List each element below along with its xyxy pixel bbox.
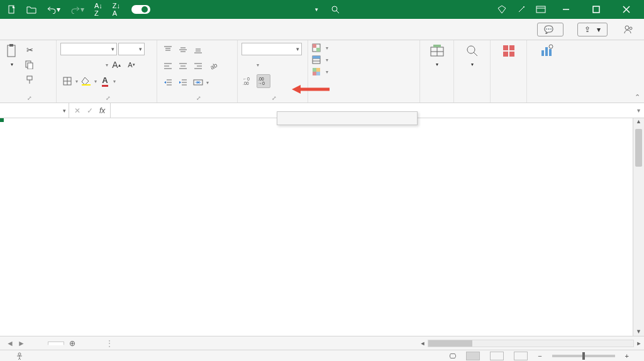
comments-button[interactable]: 💬 (537, 23, 564, 36)
sheet-nav-next-icon[interactable]: ► (18, 339, 25, 348)
orientation-icon[interactable]: ab (206, 59, 220, 73)
enter-formula-icon[interactable]: ✓ (87, 106, 93, 115)
analyze-data-button[interactable] (531, 43, 564, 62)
increase-decimal-icon[interactable]: ←0.00 (242, 74, 255, 88)
sort-asc-icon[interactable]: A↓Z (92, 0, 105, 19)
fill-handle[interactable] (0, 118, 4, 122)
qat-overflow[interactable] (155, 0, 160, 19)
merge-center-icon[interactable] (191, 75, 205, 89)
sheet-tab-dates[interactable] (31, 342, 48, 345)
page-break-view-button[interactable] (514, 352, 528, 360)
annotation-arrow (292, 84, 330, 95)
alignment-dialog-launcher[interactable]: ⤢ (196, 95, 201, 101)
format-painter-icon[interactable] (23, 73, 36, 87)
currency-icon[interactable] (242, 58, 255, 72)
decrease-indent-icon[interactable] (161, 75, 175, 89)
redo-icon[interactable]: ▾ (68, 0, 87, 19)
maximize-button[interactable] (584, 0, 609, 19)
status-bar: 🖵 − + (0, 350, 644, 361)
new-file-icon[interactable] (5, 0, 19, 19)
increase-indent-icon[interactable] (176, 75, 190, 89)
share-button[interactable]: ⇪ ▾ (577, 23, 608, 36)
group-addins (491, 40, 527, 103)
paste-button[interactable]: ▾ (4, 43, 20, 67)
sort-desc-icon[interactable]: Z↓A (110, 0, 123, 19)
ribbon-mode-icon[interactable] (533, 0, 548, 19)
svg-rect-8 (593, 6, 599, 13)
number-format-select[interactable] (242, 43, 302, 55)
number-dialog-launcher[interactable]: ⤢ (272, 95, 277, 101)
sheet-nav-prev-icon[interactable]: ◄ (6, 339, 14, 348)
bold-button[interactable] (60, 58, 74, 72)
vertical-scrollbar[interactable]: ▲ ▼ (633, 118, 644, 338)
align-top-icon[interactable] (161, 43, 175, 57)
font-dialog-launcher[interactable]: ⤢ (106, 95, 111, 101)
svg-point-4 (523, 6, 525, 8)
fx-icon[interactable]: fx (99, 106, 105, 115)
diamond-icon[interactable] (494, 0, 509, 19)
italic-button[interactable] (75, 58, 89, 72)
expand-formula-bar-icon[interactable]: ▾ (637, 107, 640, 114)
align-center-icon[interactable] (176, 59, 190, 73)
scroll-thumb[interactable] (635, 129, 642, 167)
cell-styles-button[interactable]: ▾ (312, 67, 416, 77)
cancel-formula-icon[interactable]: ✕ (74, 106, 80, 115)
autosave-toggle[interactable] (128, 5, 150, 14)
display-settings-button[interactable]: 🖵 (449, 352, 456, 360)
font-size-select[interactable] (118, 43, 145, 55)
font-name-select[interactable] (60, 43, 117, 55)
group-analyze (527, 40, 567, 103)
sheet-tab-sheet2[interactable] (48, 342, 64, 345)
clipboard-dialog-launcher[interactable]: ⤢ (27, 95, 32, 101)
align-bottom-icon[interactable] (191, 43, 205, 57)
add-sheet-button[interactable]: ⊕ (64, 339, 80, 348)
teams-share-icon[interactable] (621, 23, 635, 36)
shrink-font-icon[interactable]: A▾ (125, 58, 138, 72)
decrease-decimal-icon[interactable]: .00→0 (257, 74, 270, 88)
undo-icon[interactable]: ▾ (44, 0, 63, 19)
wrap-text-icon[interactable] (206, 43, 220, 57)
cells-button[interactable]: ▾ (424, 43, 450, 67)
tooltip (277, 111, 418, 125)
collapse-ribbon-icon[interactable]: ⌃ (635, 93, 640, 101)
zoom-slider[interactable] (552, 355, 615, 357)
svg-text:.00: .00 (243, 81, 249, 86)
comma-style-icon[interactable] (275, 58, 289, 72)
name-box[interactable] (0, 103, 69, 118)
wand-icon[interactable] (514, 0, 528, 19)
addins-button[interactable] (494, 43, 523, 60)
close-button[interactable] (614, 0, 639, 19)
svg-point-77 (549, 45, 553, 48)
align-right-icon[interactable] (191, 59, 205, 73)
horizontal-scrollbar[interactable]: ◄ ► (418, 338, 644, 349)
align-left-icon[interactable] (161, 59, 175, 73)
accessibility-icon[interactable] (15, 352, 24, 360)
scroll-right-icon[interactable]: ► (634, 340, 644, 347)
align-middle-icon[interactable] (176, 43, 190, 57)
editing-button[interactable]: ▾ (458, 43, 486, 67)
normal-view-button[interactable] (466, 352, 480, 360)
minimize-button[interactable] (553, 0, 579, 19)
grow-font-icon[interactable]: A▴ (109, 58, 123, 72)
page-layout-view-button[interactable] (490, 352, 504, 360)
font-color-icon[interactable]: A (98, 74, 112, 88)
file-name[interactable]: ▾ (313, 6, 318, 13)
search-icon[interactable] (328, 0, 342, 19)
conditional-formatting-button[interactable]: ▾ (312, 43, 416, 53)
borders-icon[interactable] (60, 74, 74, 88)
sheet-tab-bar: ◄ ► ⊕ ⋮ ◄ ► (0, 336, 644, 350)
open-file-icon[interactable] (24, 0, 39, 19)
svg-rect-67 (433, 45, 441, 47)
copy-icon[interactable] (23, 58, 36, 72)
underline-button[interactable] (91, 58, 104, 72)
cut-icon[interactable]: ✂ (23, 43, 36, 57)
percent-icon[interactable] (260, 58, 274, 72)
zoom-out-button[interactable]: − (538, 352, 541, 360)
scroll-up-icon[interactable]: ▲ (633, 118, 644, 128)
fill-color-icon[interactable] (79, 74, 93, 88)
zoom-in-button[interactable]: + (625, 352, 629, 360)
scroll-left-icon[interactable]: ◄ (418, 340, 428, 347)
group-alignment: ab ▾ ⤢ (157, 40, 238, 103)
format-as-table-button[interactable]: ▾ (312, 55, 416, 65)
svg-rect-72 (503, 52, 508, 57)
